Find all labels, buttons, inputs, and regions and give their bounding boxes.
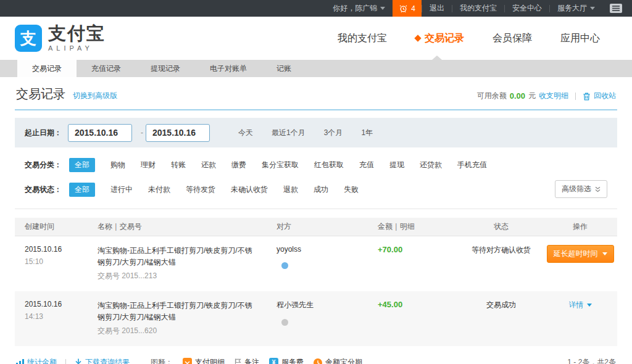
category-loan-repay[interactable]: 还贷款 <box>420 160 442 170</box>
download-results-link[interactable]: 下载查询结果 <box>75 357 130 364</box>
nav-my-alipay[interactable]: 我的支付宝 <box>338 32 387 45</box>
alarm-clock-icon <box>399 4 408 13</box>
security-center-label: 安全中心 <box>512 3 542 14</box>
quick-date-links: 今天 最近1个月 3个月 1年 <box>238 128 373 138</box>
status-success[interactable]: 成功 <box>314 184 328 195</box>
cell-status: 等待对方确认收货 <box>459 245 543 281</box>
subtab-label: 充值记录 <box>91 64 121 74</box>
nav-app-center[interactable]: 应用中心 <box>560 32 600 45</box>
nav-transaction-records[interactable]: 交易记录 <box>415 32 464 45</box>
my-alipay-label: 我的支付宝 <box>460 3 497 14</box>
page-title-row: 交易记录 切换到高级版 可用余额 0.00 元 收支明细 回收站 <box>15 77 617 110</box>
alipay-logo[interactable]: 支 支付宝 ALIPAY <box>15 25 106 52</box>
cell-counterparty: yoyolss <box>267 245 367 281</box>
status-unconfirmed-receipt[interactable]: 未确认收货 <box>231 184 268 195</box>
subtab-withdraw-records[interactable]: 提现记录 <box>136 60 195 77</box>
category-withdraw[interactable]: 提现 <box>389 160 404 170</box>
advanced-filter-label: 高级筛选 <box>562 184 591 194</box>
category-mobile-topup[interactable]: 手机充值 <box>457 160 487 170</box>
category-redpacket[interactable]: 红包获取 <box>314 160 344 170</box>
status-unpaid[interactable]: 未付款 <box>148 184 170 195</box>
nav-label: 我的支付宝 <box>338 32 387 45</box>
subtab-topup-records[interactable]: 充值记录 <box>77 60 136 77</box>
category-all[interactable]: 全部 <box>69 158 95 172</box>
footer-links: 统计金额 下载查询结果 <box>16 357 130 364</box>
transactions-table: 创建时间 名称｜交易号 对方 金额｜明细 状态 操作 2015.10.16 15… <box>15 218 617 346</box>
logout-link[interactable]: 退出 <box>422 0 452 17</box>
date-separator: - <box>141 128 143 137</box>
security-center-link[interactable]: 安全中心 <box>505 0 549 17</box>
cell-action: 延长超时时间 <box>543 245 617 281</box>
list-icon <box>610 4 622 13</box>
counterparty-name: yoyolss <box>276 245 367 254</box>
nav-member-protection[interactable]: 会员保障 <box>493 32 532 45</box>
service-fee-icon: ¥ <box>269 358 278 364</box>
subtab-bookkeeping[interactable]: 记账 <box>262 60 306 77</box>
date-range-label: 起止日期： <box>25 128 62 138</box>
extend-timeout-label: 延长超时时间 <box>554 249 598 259</box>
status-items: 全部 进行中 未付款 等待发货 未确认收货 退款 成功 失败 <box>69 183 359 197</box>
switch-advanced-link[interactable]: 切换到高级版 <box>73 91 117 101</box>
category-topup[interactable]: 充值 <box>359 160 374 170</box>
main-content: 交易记录 切换到高级版 可用余额 0.00 元 收支明细 回收站 起止日期： -… <box>0 77 632 364</box>
income-expense-link[interactable]: 收支明细 <box>539 91 568 101</box>
quick-link-today[interactable]: 今天 <box>238 128 253 138</box>
stats-amount-link[interactable]: 统计金额 <box>16 357 57 364</box>
category-transfer[interactable]: 转账 <box>171 160 186 170</box>
start-date-input[interactable] <box>68 124 132 142</box>
service-hall-menu[interactable]: 服务大厅 <box>550 0 602 17</box>
status-label: 交易状态： <box>25 184 62 195</box>
extend-timeout-button[interactable]: 延长超时时间 <box>547 245 614 263</box>
quick-link-3months[interactable]: 3个月 <box>324 128 343 138</box>
trade-number: 交易号 2015...620 <box>98 326 267 336</box>
chevron-down-icon <box>590 7 595 10</box>
category-filter-row: 交易分类： 全部 购物 理财 转账 还款 缴费 集分宝获取 红包获取 充值 提现… <box>15 158 617 172</box>
payment-detail-icon <box>183 358 192 364</box>
subtab-label: 提现记录 <box>151 64 180 74</box>
status-all[interactable]: 全部 <box>69 183 95 197</box>
col-counterparty: 对方 <box>267 221 367 232</box>
logo-text: 支付宝 ALIPAY <box>48 25 106 52</box>
status-awaiting-shipment[interactable]: 等待发货 <box>186 184 215 195</box>
quick-link-1month[interactable]: 最近1个月 <box>272 128 306 138</box>
clock-icon <box>314 358 322 364</box>
top-utility-bar: 你好， 陈广锦 4 退出 我的支付宝 安全中心 服务大厅 <box>0 0 632 17</box>
table-header: 创建时间 名称｜交易号 对方 金额｜明细 状态 操作 <box>15 218 617 236</box>
table-row: 2015.10.16 15:10 淘宝购物-正品上利手工锻打剪刀/铁皮剪刀/不锈… <box>15 236 617 291</box>
status-failed[interactable]: 失败 <box>344 184 359 195</box>
end-date-input[interactable] <box>146 124 210 142</box>
quick-link-1year[interactable]: 1年 <box>361 128 373 138</box>
category-jifenbao[interactable]: 集分宝获取 <box>262 160 299 170</box>
legend-item-label: 支付明细 <box>195 357 225 364</box>
subtab-transaction-records[interactable]: 交易记录 <box>17 60 77 77</box>
logo-title: 支付宝 <box>48 25 106 43</box>
category-wealth[interactable]: 理财 <box>141 160 156 170</box>
member-badge-icon[interactable] <box>281 319 288 326</box>
chevron-down-icon <box>587 304 592 307</box>
subtab-e-statement[interactable]: 电子对账单 <box>195 60 262 77</box>
member-badge-icon[interactable] <box>281 262 288 269</box>
site-list-button[interactable] <box>602 0 622 17</box>
alipay-logo-icon: 支 <box>15 25 42 52</box>
category-shopping[interactable]: 购物 <box>110 160 125 170</box>
transaction-name: 淘宝购物-正品上利手工锻打剪刀/铁皮剪刀/不锈钢剪刀/大剪刀/锰钢大锚 <box>98 245 267 268</box>
double-chevron-down-icon <box>595 186 601 192</box>
legend-service-fee: ¥ 服务费 <box>269 357 304 364</box>
category-repayment[interactable]: 还款 <box>201 160 216 170</box>
detail-link[interactable]: 详情 <box>569 300 592 310</box>
user-menu[interactable]: 你好， 陈广锦 <box>325 0 393 17</box>
advanced-filter-button[interactable]: 高级筛选 <box>555 180 607 198</box>
logout-label: 退出 <box>430 3 444 14</box>
status-refund[interactable]: 退款 <box>283 184 298 195</box>
recycle-bin-link[interactable]: 回收站 <box>594 91 616 101</box>
category-items: 全部 购物 理财 转账 还款 缴费 集分宝获取 红包获取 充值 提现 还贷款 手… <box>69 158 487 172</box>
category-bills[interactable]: 缴费 <box>231 160 246 170</box>
nav-pointer-notch <box>432 56 442 60</box>
my-alipay-link[interactable]: 我的支付宝 <box>452 0 504 17</box>
legend-payment-detail: 支付明细 <box>183 357 225 364</box>
notification-button[interactable]: 4 <box>393 0 422 17</box>
status-in-progress[interactable]: 进行中 <box>110 184 133 195</box>
download-icon <box>75 358 82 364</box>
balance-label: 可用余额 <box>477 91 507 101</box>
site-header: 支 支付宝 ALIPAY 我的支付宝 交易记录 会员保障 应用中心 <box>0 17 632 60</box>
